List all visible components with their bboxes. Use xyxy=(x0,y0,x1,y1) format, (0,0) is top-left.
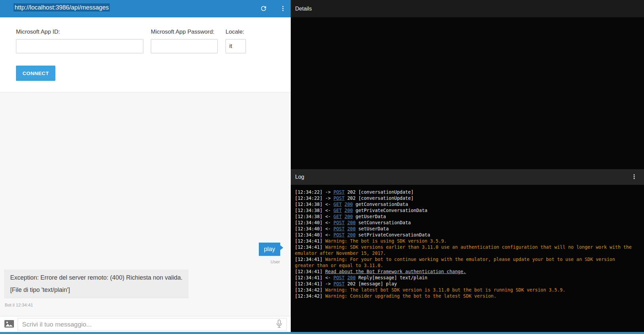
log-kebab-menu-icon xyxy=(631,174,637,181)
log-entry: [12:34:42] Warning: Consider upgrading t… xyxy=(295,293,634,299)
details-title: Details xyxy=(295,6,312,12)
log-warning-text: Warning: The latest bot SDK version is 3… xyxy=(325,287,565,293)
log-text: [12:34:41] -> xyxy=(295,281,334,286)
details-header: Details xyxy=(291,0,644,17)
bot-message-meta: Bot il 12:34:41 xyxy=(5,302,33,307)
log-request-link[interactable]: GET xyxy=(334,208,342,213)
log-text: [12:34:42] xyxy=(295,287,325,293)
log-request-link[interactable]: 200 xyxy=(344,201,353,207)
user-message-text: play xyxy=(264,246,275,252)
app-password-label: Microsoft App Password: xyxy=(151,29,214,35)
log-text: 202 [message] play xyxy=(344,281,397,286)
log-request-link[interactable]: 200 xyxy=(347,226,355,231)
refresh-button[interactable] xyxy=(258,4,269,14)
log-entry: [12:34:40] <- POST 200 setUserData xyxy=(295,226,634,232)
conversation-panel: http://localhost:3986/api/messages Micro… xyxy=(0,0,291,332)
microphone-icon xyxy=(276,319,283,329)
log-request-link[interactable]: POST xyxy=(334,189,345,195)
refresh-icon xyxy=(260,5,267,13)
log-entry: [12:34:40] <- POST 200 setConversationDa… xyxy=(295,219,634,226)
log-text: getConversationData xyxy=(353,201,408,207)
endpoint-url-input[interactable]: http://localhost:3986/api/messages xyxy=(14,4,110,11)
log-text: 202 [conversationUpdate] xyxy=(344,195,413,201)
bot-framework-emulator-window: http://localhost:3986/api/messages Micro… xyxy=(0,0,644,334)
message-input[interactable] xyxy=(18,318,273,330)
log-text: setPrivateConversationData xyxy=(356,232,430,238)
log-entry: [12:34:41] <- POST 200 Reply[message] te… xyxy=(295,275,634,281)
app-password-field[interactable] xyxy=(151,39,218,53)
log-doc-link[interactable]: Read about the Bot Framework authenticat… xyxy=(325,269,466,274)
log-request-link[interactable]: POST xyxy=(334,232,345,238)
log-text: [12:34:41] xyxy=(295,269,325,274)
log-entry: [12:34:41] -> POST 202 [message] play xyxy=(295,281,634,287)
connect-form: Microsoft App ID: Microsoft App Password… xyxy=(0,17,291,92)
log-entry: [12:34:38] <- GET 200 getConversationDat… xyxy=(295,201,634,207)
locale-field[interactable] xyxy=(226,39,246,53)
details-body xyxy=(291,17,644,169)
user-sender-label: User xyxy=(271,259,280,264)
log-warning-text: Warning: Consider upgrading the bot to t… xyxy=(325,293,496,299)
log-text: [12:34:40] <- xyxy=(295,232,334,238)
log-entry: [12:34:41] Warning: SDK versions earlier… xyxy=(295,244,634,256)
log-request-link[interactable]: POST xyxy=(334,220,345,225)
log-text: Reply[message] text/plain xyxy=(356,275,427,280)
log-entry: [12:34:38] <- GET 200 getPrivateConversa… xyxy=(295,207,634,213)
log-text: [12:34:41] xyxy=(295,238,325,244)
log-request-link[interactable]: 200 xyxy=(344,214,353,219)
log-text: getUserData xyxy=(353,214,386,219)
log-entry: [12:34:22] -> POST 202 [conversationUpda… xyxy=(295,195,634,201)
log-entry: [12:34:40] <- POST 200 setPrivateConvers… xyxy=(295,232,634,238)
log-entry: [12:34:22] -> POST 202 [conversationUpda… xyxy=(295,189,634,195)
log-request-link[interactable]: POST xyxy=(334,281,345,286)
log-menu-button[interactable] xyxy=(629,172,639,182)
locale-label: Locale: xyxy=(226,29,244,35)
app-id-field[interactable] xyxy=(16,39,143,53)
log-text: [12:34:38] <- xyxy=(295,214,334,219)
microphone-button[interactable] xyxy=(273,319,285,330)
log-entry: [12:34:38] <- GET 200 getUserData xyxy=(295,213,634,219)
log-text: [12:34:22] -> xyxy=(295,195,334,201)
log-request-link[interactable]: POST xyxy=(334,226,345,231)
inspector-panel: Details Log [12:34:22] -> POST 202 [conv… xyxy=(291,0,644,334)
log-text: getPrivateConversationData xyxy=(353,208,427,213)
log-text: [12:34:42] xyxy=(295,293,325,299)
bot-message-bubble: Exception: Errore del server remoto: (40… xyxy=(4,269,189,298)
upload-attachment-button[interactable] xyxy=(3,320,15,329)
log-text: [12:34:22] -> xyxy=(295,189,334,195)
kebab-menu-icon xyxy=(280,5,286,13)
log-text: 202 [conversationUpdate] xyxy=(344,189,413,195)
log-request-link[interactable]: GET xyxy=(334,201,342,207)
log-entry: [12:34:41] Warning: For your bot to cont… xyxy=(295,256,634,268)
log-request-link[interactable]: 200 xyxy=(347,220,355,225)
message-input-box xyxy=(18,318,287,331)
app-id-label: Microsoft App ID: xyxy=(16,29,60,35)
log-request-link[interactable]: 200 xyxy=(347,232,355,238)
log-lines: [12:34:22] -> POST 202 [conversationUpda… xyxy=(295,189,634,299)
address-menu-button[interactable] xyxy=(278,4,288,14)
log-request-link[interactable]: GET xyxy=(334,214,342,219)
bottom-accent-bar xyxy=(0,332,644,334)
log-text: [12:34:41] xyxy=(295,257,325,262)
log-text: [12:34:40] <- xyxy=(295,220,334,225)
compose-bar xyxy=(0,316,291,332)
log-request-link[interactable]: 200 xyxy=(347,275,355,280)
log-warning-text: Warning: For your bot to continue workin… xyxy=(295,257,618,268)
log-text: [12:34:38] <- xyxy=(295,201,334,207)
endpoint-url-text: http://localhost:3986/api/messages xyxy=(14,3,110,12)
log-text: setUserData xyxy=(356,226,389,231)
connect-button[interactable]: CONNECT xyxy=(16,66,55,81)
log-header: Log xyxy=(291,169,644,185)
log-request-link[interactable]: 200 xyxy=(344,208,353,213)
log-request-link[interactable]: POST xyxy=(334,195,345,201)
log-warning-text: Warning: The bot is using SDK version 3.… xyxy=(325,238,447,244)
log-warning-text: Warning: SDK versions earlier than 3.11.… xyxy=(295,244,634,256)
log-text: [12:34:41] xyxy=(295,244,325,250)
log-title: Log xyxy=(295,174,304,180)
bot-message-line1: Exception: Errore del server remoto: (40… xyxy=(10,274,182,281)
log-entry: [12:34:42] Warning: The latest bot SDK v… xyxy=(295,287,634,293)
log-text: setConversationData xyxy=(356,220,411,225)
log-text: [12:34:38] <- xyxy=(295,208,334,213)
log-text: [12:34:41] <- xyxy=(295,275,334,280)
user-message-bubble: play xyxy=(259,243,280,256)
log-request-link[interactable]: POST xyxy=(334,275,345,280)
